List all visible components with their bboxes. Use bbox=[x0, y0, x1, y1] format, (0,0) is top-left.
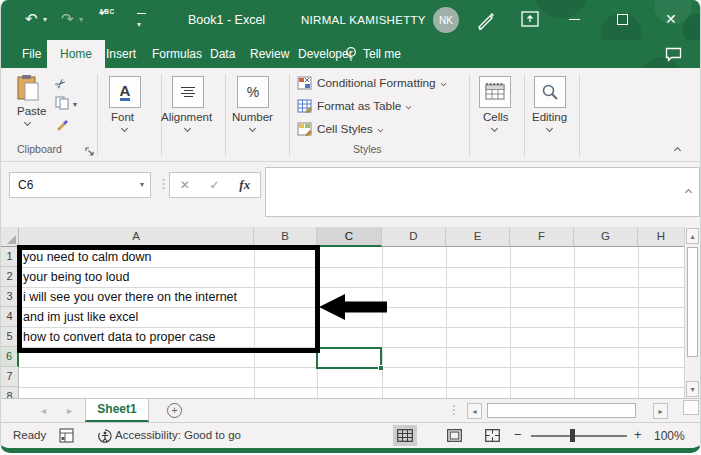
enter-entry-icon[interactable]: ✓ bbox=[210, 178, 220, 192]
redo-button[interactable]: ↷ bbox=[61, 11, 74, 26]
horizontal-scroll-thumb[interactable] bbox=[487, 403, 636, 418]
cells-dropdown[interactable] bbox=[491, 125, 498, 132]
insert-function-icon[interactable]: fx bbox=[239, 177, 250, 193]
title-bar: ↶ ▾ ↷ ▾ ABC ✓ ▾ Book1 - Excel NIRMAL KAM… bbox=[1, 0, 700, 40]
new-sheet-button[interactable]: + bbox=[167, 403, 182, 418]
column-header-H[interactable]: H bbox=[638, 227, 684, 247]
minimize-button[interactable] bbox=[569, 19, 580, 20]
undo-button[interactable]: ↶ bbox=[25, 11, 38, 26]
sheet-tab-sheet1[interactable]: Sheet1 bbox=[85, 399, 149, 422]
paste-dropdown[interactable] bbox=[24, 119, 31, 126]
comment-icon[interactable] bbox=[665, 47, 682, 66]
scroll-down-button[interactable]: ▾ bbox=[686, 381, 699, 397]
zoom-in-button[interactable]: + bbox=[634, 427, 642, 442]
conditional-formatting-dropdown bbox=[440, 80, 446, 86]
gridline bbox=[19, 387, 684, 388]
cell-styles-button[interactable]: Cell Styles bbox=[297, 122, 383, 136]
next-sheet-button[interactable]: ▸ bbox=[67, 405, 72, 416]
gridline bbox=[510, 247, 511, 398]
column-header-A[interactable]: A bbox=[19, 227, 254, 247]
scroll-up-button[interactable]: ▴ bbox=[686, 228, 699, 244]
hscroll-left-button[interactable]: ◂ bbox=[467, 403, 482, 419]
ribbon-display-options-button[interactable] bbox=[521, 11, 539, 31]
column-header-C[interactable]: C bbox=[317, 227, 382, 247]
highlighted-range-border bbox=[17, 245, 320, 353]
cut-icon[interactable]: ✂ bbox=[51, 74, 69, 93]
undo-dropdown[interactable]: ▾ bbox=[43, 15, 47, 24]
paste-label: Paste bbox=[17, 105, 46, 117]
tell-me-button[interactable]: Tell me bbox=[345, 40, 401, 68]
column-header-D[interactable]: D bbox=[382, 227, 446, 247]
formula-input[interactable] bbox=[265, 167, 700, 217]
ribbon-tab-row: File Home Insert Formulas Data Review De… bbox=[1, 40, 700, 68]
avatar[interactable]: NK bbox=[433, 7, 459, 33]
editing-dropdown[interactable] bbox=[546, 125, 553, 132]
sheetbar-separator: ⋮ bbox=[448, 403, 460, 417]
select-all-button[interactable] bbox=[1, 227, 19, 247]
format-as-table-button[interactable]: Format as Table bbox=[297, 99, 411, 113]
accessibility-icon[interactable] bbox=[97, 428, 113, 448]
inking-pen-icon[interactable] bbox=[475, 9, 497, 35]
font-button[interactable]: A bbox=[109, 76, 141, 108]
prev-sheet-button[interactable]: ◂ bbox=[41, 405, 46, 416]
accessibility-status[interactable]: Accessibility: Good to go bbox=[115, 429, 241, 441]
annotation-arrow bbox=[319, 293, 387, 325]
excel-window: ↶ ▾ ↷ ▾ ABC ✓ ▾ Book1 - Excel NIRMAL KAM… bbox=[0, 0, 701, 453]
number-dropdown[interactable] bbox=[249, 125, 256, 132]
number-button[interactable]: % bbox=[237, 76, 269, 108]
row-header-8[interactable]: 8 bbox=[1, 387, 19, 398]
column-header-G[interactable]: G bbox=[574, 227, 638, 247]
zoom-slider-track[interactable] bbox=[531, 435, 627, 437]
alignment-label: Alignment bbox=[161, 111, 212, 123]
redo-dropdown[interactable]: ▾ bbox=[79, 15, 83, 24]
clipboard-dialog-launcher[interactable] bbox=[85, 143, 95, 161]
editing-button[interactable] bbox=[534, 76, 566, 108]
conditional-formatting-button[interactable]: Conditional Formatting bbox=[297, 76, 446, 90]
alignment-icon bbox=[181, 85, 196, 99]
format-painter-icon[interactable] bbox=[55, 116, 70, 135]
font-label: Font bbox=[111, 111, 134, 123]
hscroll-right-button[interactable]: ▸ bbox=[653, 403, 668, 419]
cell-styles-icon bbox=[297, 122, 312, 136]
window-title: Book1 - Excel bbox=[188, 13, 265, 27]
format-as-table-label: Format as Table bbox=[317, 99, 401, 113]
maximize-button[interactable] bbox=[617, 14, 628, 25]
column-header-B[interactable]: B bbox=[254, 227, 317, 247]
vertical-scroll-thumb[interactable] bbox=[687, 247, 698, 357]
worksheet-grid[interactable]: A B C D E F G H 1 2 3 4 5 6 7 8 you need… bbox=[1, 227, 684, 398]
page-layout-icon bbox=[447, 429, 462, 442]
customize-qat-button[interactable]: ▾ bbox=[137, 13, 141, 31]
cell-styles-label: Cell Styles bbox=[317, 122, 373, 136]
view-page-break-button[interactable] bbox=[480, 425, 504, 446]
gridline bbox=[574, 247, 575, 398]
view-normal-button[interactable] bbox=[393, 425, 417, 446]
fill-handle[interactable] bbox=[378, 365, 384, 371]
user-name[interactable]: NIRMAL KAMISHETTY bbox=[301, 14, 426, 26]
cancel-entry-icon[interactable]: ✕ bbox=[180, 178, 190, 192]
view-page-layout-button[interactable] bbox=[442, 425, 466, 446]
name-box[interactable]: C6 ▾ bbox=[9, 172, 151, 198]
name-box-dropdown-icon[interactable]: ▾ bbox=[140, 173, 144, 197]
close-button[interactable]: ✕ bbox=[665, 12, 677, 27]
collapse-ribbon-button[interactable] bbox=[674, 147, 681, 154]
copy-dropdown[interactable]: ▾ bbox=[73, 100, 77, 109]
screenshot-stage: ↶ ▾ ↷ ▾ ABC ✓ ▾ Book1 - Excel NIRMAL KAM… bbox=[0, 0, 701, 455]
font-dropdown[interactable] bbox=[121, 125, 128, 132]
column-header-F[interactable]: F bbox=[510, 227, 574, 247]
alignment-dropdown[interactable] bbox=[184, 125, 191, 132]
zoom-slider-thumb[interactable] bbox=[570, 429, 575, 442]
lightbulb-icon bbox=[345, 46, 357, 62]
expand-formula-bar-icon[interactable] bbox=[685, 189, 692, 196]
group-divider bbox=[579, 74, 580, 156]
vertical-scrollbar[interactable]: ▴ ▾ bbox=[684, 227, 700, 398]
cells-button[interactable] bbox=[479, 76, 511, 108]
zoom-out-button[interactable]: − bbox=[514, 427, 522, 442]
column-header-E[interactable]: E bbox=[446, 227, 510, 247]
selected-cell-C6[interactable] bbox=[316, 347, 382, 369]
copy-icon[interactable] bbox=[55, 96, 69, 114]
alignment-button[interactable] bbox=[172, 76, 204, 108]
row-header-7[interactable]: 7 bbox=[1, 367, 19, 387]
macro-record-icon[interactable] bbox=[59, 428, 74, 447]
paste-button[interactable] bbox=[15, 74, 41, 106]
zoom-level[interactable]: 100% bbox=[654, 429, 685, 443]
